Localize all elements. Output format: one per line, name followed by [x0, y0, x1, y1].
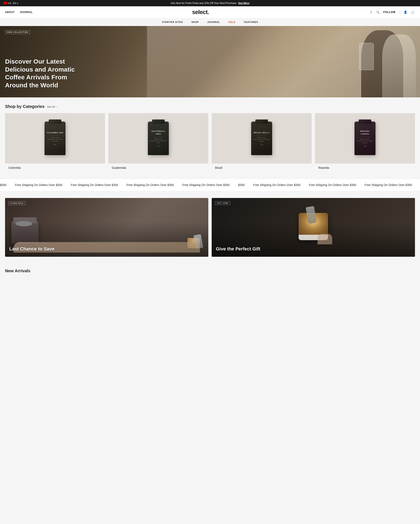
shipping-msg-1: $350: [0, 183, 7, 187]
announcement-bar: CA EN Join Now for Fresh Finds and 10% O…: [0, 0, 420, 6]
categories-section: Shop by Categories See All COLOMBIA DIN …: [0, 97, 420, 179]
follow-button[interactable]: FOLLOW: [384, 11, 396, 14]
nav-journal[interactable]: JOURNAL: [207, 21, 220, 23]
user-account-icon[interactable]: [403, 10, 407, 14]
see-all-link[interactable]: See All: [47, 105, 56, 108]
categories-grid: COLOMBIA DIN Single Origin Washed Proces…: [5, 113, 415, 172]
shipping-ticker: $350 Free Shipping On Orders Over $350 F…: [0, 183, 420, 187]
shipping-msg-8: Free Shipping On Orders Over $350: [309, 183, 356, 187]
announcement-cta[interactable]: See More: [238, 2, 249, 5]
language-selector[interactable]: EN: [13, 2, 16, 4]
search-icon[interactable]: [376, 10, 380, 14]
hero-headline: Discover Our Latest Delicious and Aromat…: [5, 58, 85, 89]
flash-sale-badge: FLASH SALE: [9, 201, 25, 205]
nav-journal[interactable]: JOURNAL: [20, 11, 33, 14]
coffee-bag-colombia: COLOMBIA DIN Single Origin Washed Proces…: [44, 122, 66, 155]
new-arrivals-section: New Arrivals: [0, 263, 420, 275]
shipping-msg-5: Free Shipping On Orders Over $350: [182, 183, 230, 187]
gift-scene: [292, 207, 334, 244]
hero-jar: [359, 43, 374, 70]
nav-sale[interactable]: SALE: [228, 21, 236, 23]
coffee-bag-rwanda: RWANDA LUMINA Single Origin Washed Proce…: [354, 122, 376, 155]
secondary-nav: STARTER SITES SHOP JOURNAL SALE FEATURES: [0, 18, 420, 26]
header-nav-right: FOLLOW |: [368, 10, 415, 15]
site-logo[interactable]: select.: [33, 9, 368, 16]
flash-sale-title: Last Chance to Save: [9, 246, 54, 252]
locale-dropdown-icon[interactable]: [17, 2, 18, 4]
coffee-bag-guatemala: GUATEMALA OWO Single Origin Natural Proc…: [148, 122, 169, 155]
bag-top: [255, 119, 268, 124]
espresso-scene: [9, 210, 47, 244]
category-image-rwanda: RWANDA LUMINA Single Origin Washed Proce…: [315, 113, 415, 164]
shipping-msg-9: Free Shipping On Orders Over $350: [365, 183, 412, 187]
category-image-colombia: COLOMBIA DIN Single Origin Washed Proces…: [5, 113, 105, 164]
gift-card-badge: GIFT CARD: [215, 201, 230, 205]
category-card-colombia[interactable]: COLOMBIA DIN Single Origin Washed Proces…: [5, 113, 105, 172]
promo-card-flash[interactable]: FLASH SALE Last Chance to Save: [5, 198, 208, 257]
coffee-bag-brazil: BRAZIL BELLA Single Origin Pulped Natura…: [251, 122, 272, 155]
header-divider: |: [399, 10, 400, 15]
bag-label-colombia: COLOMBIA DIN Single Origin Washed Proces…: [46, 131, 64, 143]
hero-person-right: [382, 35, 416, 97]
categories-header: Shop by Categories See All: [5, 104, 415, 109]
gift-hand: [317, 234, 332, 244]
promo-grid: FLASH SALE Last Chance to Save GIFT CARD…: [5, 198, 415, 257]
see-all-chevron: [56, 105, 57, 108]
bag-top: [152, 119, 165, 124]
bag-label-brazil: BRAZIL BELLA Single Origin Pulped Natura…: [253, 131, 271, 143]
dark-mode-icon[interactable]: [368, 10, 373, 14]
promo-card-gift[interactable]: GIFT CARD Give the Perfect Gift: [212, 198, 415, 257]
nav-features[interactable]: FEATURES: [244, 21, 258, 23]
category-name-brazil: Brazil: [212, 164, 312, 172]
bag-top: [49, 119, 61, 124]
category-image-brazil: BRAZIL BELLA Single Origin Pulped Natura…: [212, 113, 312, 164]
bag-divider: [256, 135, 267, 135]
promo-section: FLASH SALE Last Chance to Save GIFT CARD…: [0, 191, 420, 263]
hero-text: Discover Our Latest Delicious and Aromat…: [5, 58, 85, 89]
new-arrivals-title: New Arrivals: [5, 269, 415, 273]
hero-badge: NEW COLLECTION: [5, 30, 30, 34]
category-name-colombia: Colombia: [5, 164, 105, 172]
gift-card-title: Give the Perfect Gift: [216, 246, 260, 252]
category-name-rwanda: Rwanda: [315, 164, 415, 172]
shipping-banner: $350 Free Shipping On Orders Over $350 F…: [0, 179, 420, 191]
nav-shop[interactable]: SHOP: [191, 21, 199, 23]
nav-starter-sites[interactable]: STARTER SITES: [162, 21, 183, 23]
country-flag: [3, 2, 7, 4]
bag-top: [359, 119, 371, 124]
nav-about[interactable]: ABOUT: [5, 11, 15, 14]
shipping-msg-3: Free Shipping On Orders Over $350: [71, 183, 118, 187]
locale-selector[interactable]: CA EN: [3, 2, 18, 4]
hero-banner: NEW COLLECTION Discover Our Latest Delic…: [0, 26, 420, 97]
bag-divider: [153, 137, 164, 137]
main-header: ABOUT JOURNAL select. FOLLOW |: [0, 6, 420, 18]
bag-label-guatemala: GUATEMALA OWO Single Origin Natural Proc…: [149, 130, 167, 144]
shipping-msg-2: Free Shipping On Orders Over $350: [15, 183, 62, 187]
header-nav-left: ABOUT JOURNAL: [5, 11, 33, 14]
shipping-msg-4: Free Shipping On Orders Over $350: [127, 183, 174, 187]
categories-title: Shop by Categories: [5, 104, 44, 109]
shipping-msg-6: $350: [238, 183, 245, 187]
category-card-guatemala[interactable]: GUATEMALA OWO Single Origin Natural Proc…: [108, 113, 208, 172]
shipping-msg-7: Free Shipping On Orders Over $350: [253, 183, 300, 187]
bag-divider: [50, 135, 60, 135]
category-card-rwanda[interactable]: RWANDA LUMINA Single Origin Washed Proce…: [315, 113, 415, 172]
portafilter: [16, 221, 32, 226]
category-name-guatemala: Guatemala: [108, 164, 208, 172]
cart-icon[interactable]: [411, 10, 415, 14]
bag-divider: [360, 137, 370, 137]
category-card-brazil[interactable]: BRAZIL BELLA Single Origin Pulped Natura…: [212, 113, 312, 172]
locale-text[interactable]: CA: [8, 2, 11, 4]
bag-label-rwanda: RWANDA LUMINA Single Origin Washed Proce…: [356, 130, 374, 144]
category-image-guatemala: GUATEMALA OWO Single Origin Natural Proc…: [108, 113, 208, 164]
announcement-text: Join Now for Fresh Finds and 10% Off You…: [171, 2, 237, 5]
